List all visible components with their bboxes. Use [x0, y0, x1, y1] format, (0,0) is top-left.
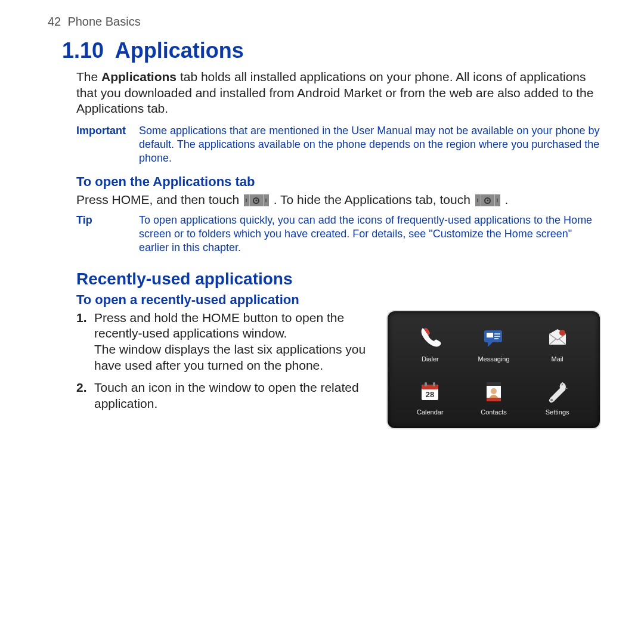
apps-tab-icon	[475, 194, 500, 206]
chapter-title: Phone Basics	[67, 15, 140, 28]
svg-point-5	[559, 330, 565, 336]
section-heading: 1.10 Applications	[62, 37, 601, 64]
svg-rect-7	[422, 385, 438, 389]
app-label: Dialer	[422, 355, 439, 363]
svg-point-13	[491, 388, 497, 394]
svg-rect-8	[425, 382, 427, 386]
calendar-icon: 28	[416, 378, 444, 405]
envelope-icon	[544, 325, 571, 352]
app-label: Mail	[552, 355, 564, 363]
recent-apps-window: Dialer Messaging Mail 28 Calendar Contac…	[386, 310, 601, 429]
app-mail: Mail	[525, 320, 589, 369]
app-label: Settings	[546, 408, 569, 416]
app-dialer: Dialer	[398, 320, 462, 369]
tip-text: To open applications quickly, you can ad…	[139, 213, 601, 255]
app-calendar: 28 Calendar	[398, 373, 462, 422]
app-contacts: Contacts	[462, 373, 526, 422]
step-2: Touch an icon in the window to open the …	[94, 380, 374, 412]
app-settings: Settings	[525, 373, 589, 422]
contacts-icon	[480, 378, 507, 405]
section-number: 1.10	[62, 38, 104, 63]
open-tab-heading: To open the Applications tab	[76, 174, 601, 190]
steps-list: Press and hold the HOME button to open t…	[76, 310, 374, 412]
phone-icon	[416, 325, 444, 352]
svg-rect-1	[487, 333, 493, 338]
tip-note: Tip To open applications quickly, you ca…	[76, 213, 601, 255]
open-tab-instruction: Press HOME, and then touch . To hide the…	[76, 192, 601, 208]
section-title: Applications	[115, 38, 244, 63]
intro-bold: Applications	[101, 70, 177, 83]
step-1: Press and hold the HOME button to open t…	[94, 310, 374, 374]
recent-heading: Recently-used applications	[76, 268, 601, 290]
svg-rect-12	[487, 382, 501, 386]
page-number: 42	[48, 15, 61, 28]
chat-icon	[480, 325, 507, 352]
svg-text:28: 28	[426, 390, 434, 399]
svg-point-15	[550, 399, 553, 401]
tip-label: Tip	[76, 213, 139, 255]
svg-rect-9	[433, 382, 435, 386]
apps-tab-icon	[244, 194, 269, 206]
important-note: Important Some applications that are men…	[76, 124, 601, 165]
important-label: Important	[76, 124, 139, 165]
important-text: Some applications that are mentioned in …	[139, 124, 601, 165]
svg-rect-3	[494, 336, 500, 337]
app-label: Messaging	[478, 355, 509, 363]
page-header: 42 Phone Basics	[48, 14, 601, 30]
app-label: Calendar	[417, 408, 444, 416]
app-messaging: Messaging	[462, 320, 526, 369]
recent-sub-heading: To open a recently-used application	[76, 292, 601, 308]
svg-rect-14	[487, 398, 501, 401]
intro-paragraph: The Applications tab holds all installed…	[76, 69, 601, 117]
wrench-icon	[544, 378, 571, 405]
svg-rect-4	[494, 338, 499, 339]
svg-rect-2	[494, 333, 500, 335]
app-label: Contacts	[481, 408, 506, 416]
